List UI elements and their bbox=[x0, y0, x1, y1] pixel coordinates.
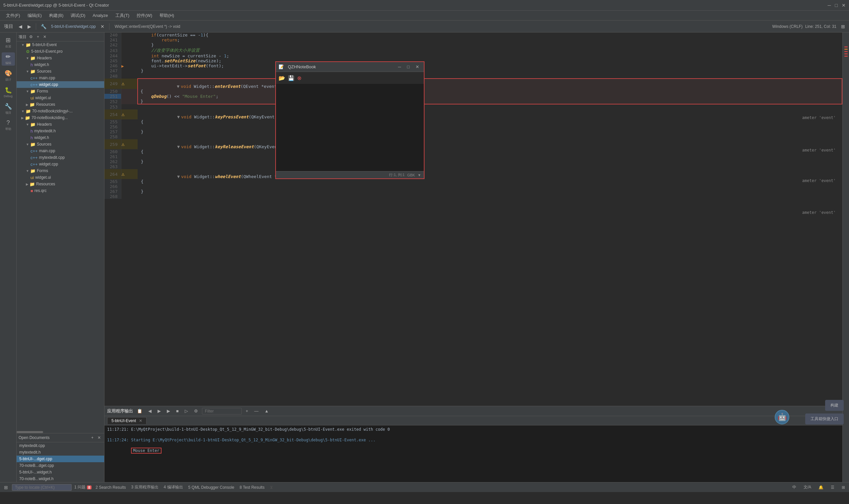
tree-item-headers1[interactable]: ▼ 📁 Headers bbox=[17, 55, 104, 61]
status-grid-icon[interactable]: ⊞ bbox=[841, 484, 846, 490]
tree-item-project2[interactable]: ▼ 📁 70-noteBookzidingyi-... bbox=[17, 108, 104, 114]
collapse-arrow-249[interactable]: ▼ bbox=[177, 84, 179, 89]
sidebar-icon-help[interactable]: ? 帮助 bbox=[2, 119, 15, 132]
sidebar-icon-welcome[interactable]: ⊞ 欢迎 bbox=[2, 36, 15, 49]
output-expand-btn[interactable]: ▲ bbox=[262, 408, 271, 414]
open-docs-close-btn[interactable]: ✕ bbox=[96, 435, 102, 441]
tree-item-mytextedit-h[interactable]: h mytextedit.h bbox=[17, 128, 104, 134]
output-run2-btn[interactable]: ▷ bbox=[183, 408, 190, 414]
output-tab-close[interactable]: ✕ bbox=[139, 418, 142, 423]
tree-item-res-qrc[interactable]: ■ res.qrc bbox=[17, 187, 104, 194]
tree-item-sources1[interactable]: ▼ 📁 Sources bbox=[17, 68, 104, 75]
tree-item-resources1[interactable]: ▶ 📁 Resources bbox=[17, 101, 104, 108]
tree-add-btn[interactable]: + bbox=[35, 34, 40, 40]
toolbar-file-close[interactable]: ✕ bbox=[98, 22, 106, 31]
tree-item-main-cpp2[interactable]: c++ main.cpp bbox=[17, 147, 104, 154]
collapse-arrow-259[interactable]: ▼ bbox=[177, 144, 180, 149]
toolbar-function-path[interactable]: Widget::enterEvent(QEvent *) -> void bbox=[115, 24, 771, 29]
build-button[interactable]: 构建 bbox=[825, 400, 844, 411]
tree-item-widget-cpp2[interactable]: c++ widget.cpp bbox=[17, 161, 104, 167]
sidebar-icon-debug[interactable]: 🐛 Debug bbox=[2, 86, 15, 99]
menu-file[interactable]: 文件(F) bbox=[3, 11, 23, 20]
status-app-output[interactable]: 3 应用程序输出 bbox=[130, 484, 160, 491]
chatbot-icon[interactable]: 🤖 bbox=[775, 410, 789, 425]
tree-item-mytextedit-cpp[interactable]: c++ mytextedit.cpp bbox=[17, 154, 104, 161]
qzh-dropdown-icon[interactable]: ▼ bbox=[417, 173, 421, 177]
maximize-button[interactable]: □ bbox=[835, 3, 838, 8]
status-menu-icon[interactable]: ☰ bbox=[829, 484, 836, 490]
status-search-input[interactable] bbox=[12, 484, 72, 491]
tree-item-project1[interactable]: ▼ 📁 5-btnUI-Event bbox=[17, 41, 104, 48]
project-tree-scroll[interactable]: ▼ 📁 5-btnUI-Event ⚙ 5-btnUI-Event.pro ▼ … bbox=[17, 41, 104, 431]
tree-item-resources2[interactable]: ▶ 📁 Resources bbox=[17, 181, 104, 187]
sidebar-icon-project[interactable]: 🔧 项目 bbox=[2, 102, 15, 115]
menu-edit[interactable]: 编辑(E) bbox=[24, 11, 45, 20]
tree-item-widget-ui2[interactable]: ui widget.ui bbox=[17, 174, 104, 181]
tree-filter-btn[interactable]: ⚙ bbox=[28, 34, 34, 40]
status-ime[interactable]: 文/A bbox=[802, 484, 813, 491]
status-qml-debugger[interactable]: 5 QML Debugger Console bbox=[187, 484, 236, 490]
output-to-file-btn[interactable]: 📋 bbox=[135, 408, 144, 414]
menu-controls[interactable]: 控件(W) bbox=[133, 11, 156, 20]
toolbar-nav-back[interactable]: ◀ bbox=[17, 22, 24, 31]
output-clear-btn[interactable]: — bbox=[252, 408, 260, 414]
minimize-button[interactable]: ─ bbox=[828, 3, 831, 8]
output-add-filter-btn[interactable]: + bbox=[244, 408, 250, 414]
tree-item-sources2[interactable]: ▼ 📁 Sources bbox=[17, 141, 104, 147]
output-tab-5btnui[interactable]: 5-btnUI-Event ✕ bbox=[107, 417, 147, 424]
output-content[interactable]: 11:17:21: E:\MyQtProject\build-1-btnUI-D… bbox=[105, 426, 842, 482]
tree-item-pro[interactable]: ⚙ 5-btnUI-Event.pro bbox=[17, 48, 104, 55]
menu-tools[interactable]: 工具(T) bbox=[112, 11, 133, 20]
tree-item-widget-h1[interactable]: h widget.h bbox=[17, 61, 104, 68]
output-settings-btn[interactable]: ⚙ bbox=[192, 408, 200, 414]
status-compile-output[interactable]: 4 编译输出 bbox=[163, 484, 184, 491]
output-run-btn[interactable]: ▶ bbox=[165, 408, 172, 414]
menu-help[interactable]: 帮助(H) bbox=[156, 11, 177, 20]
toolbar-nav-forward[interactable]: ▶ bbox=[25, 22, 33, 31]
status-search-results[interactable]: 2 Search Results bbox=[94, 484, 127, 490]
status-bell-icon[interactable]: 🔔 bbox=[817, 484, 825, 490]
open-doc-70noteb-dget-cpp[interactable]: 70-noteB...dget.cpp bbox=[17, 462, 104, 469]
tree-item-widget-cpp1[interactable]: c++ widget.cpp bbox=[17, 81, 104, 88]
toolbar-file-name[interactable]: 5-btnUI-Event/widget.cpp bbox=[51, 24, 96, 29]
tree-item-main-cpp1[interactable]: c++ main.cpp bbox=[17, 75, 104, 81]
menu-analyze[interactable]: Analyze bbox=[89, 12, 111, 19]
tree-item-project2b[interactable]: ▶ 📁 70-noteBookziding... bbox=[17, 114, 104, 121]
menu-build[interactable]: 构建(B) bbox=[46, 11, 67, 20]
status-test-results[interactable]: 8 Test Results bbox=[238, 484, 266, 490]
tree-item-headers2[interactable]: ▼ 📁 Headers bbox=[17, 121, 104, 128]
close-button[interactable]: ✕ bbox=[842, 3, 846, 8]
toolbox-shortcut-button[interactable]: 工具箱快捷入口 bbox=[805, 413, 844, 425]
output-prev-btn[interactable]: ◀ bbox=[146, 408, 153, 414]
tree-item-forms1[interactable]: ▼ 📁 Forms bbox=[17, 88, 104, 94]
qzh-minimize-btn[interactable]: ─ bbox=[396, 64, 403, 70]
sidebar-icon-design[interactable]: 🎨 设计 bbox=[2, 69, 15, 82]
qzh-close-btn[interactable]: ✕ bbox=[414, 64, 421, 70]
code-content[interactable]: 240 if(currentSize == -1){ 241 return; 2… bbox=[105, 33, 842, 406]
tree-close-btn[interactable]: ✕ bbox=[42, 34, 48, 40]
toolbar-split-btn[interactable]: ⊞ bbox=[839, 22, 847, 31]
qzh-save-icon[interactable]: 💾 bbox=[288, 75, 294, 81]
open-docs-add-btn[interactable]: + bbox=[90, 435, 95, 441]
open-doc-5btnui-widget-cpp[interactable]: 5-btnUI-...dget.cpp bbox=[17, 455, 104, 462]
qzh-maximize-btn[interactable]: □ bbox=[405, 64, 412, 70]
tree-item-widget-ui1[interactable]: ui widget.ui bbox=[17, 94, 104, 101]
qzh-close-doc-icon[interactable]: ⊗ bbox=[297, 75, 302, 81]
open-doc-5btnui-widget-h[interactable]: 5-btnUI-...widget.h bbox=[17, 469, 104, 475]
menu-debug[interactable]: 调试(D) bbox=[67, 11, 89, 20]
status-lang-zh[interactable]: 中 bbox=[791, 484, 798, 491]
output-next-btn[interactable]: ▶ bbox=[156, 408, 163, 414]
tree-scrollbar-h[interactable] bbox=[17, 431, 104, 433]
collapse-arrow-264[interactable]: ▼ bbox=[177, 174, 180, 179]
collapse-arrow-254[interactable]: ▼ bbox=[177, 114, 180, 119]
sidebar-icon-edit[interactable]: ✏ 编辑 bbox=[2, 52, 15, 66]
status-home-btn[interactable]: ⊞ bbox=[3, 484, 9, 491]
output-filter-input[interactable] bbox=[202, 408, 242, 414]
output-stop-btn[interactable]: ■ bbox=[174, 408, 181, 414]
qzh-open-icon[interactable]: 📂 bbox=[278, 75, 285, 81]
open-doc-70noteb-widget-h[interactable]: 70-noteB...widget.h bbox=[17, 475, 104, 482]
qzh-content[interactable] bbox=[276, 84, 424, 171]
open-doc-mytextedit-h[interactable]: mytextedit.h bbox=[17, 449, 104, 455]
open-doc-mytextedit-cpp[interactable]: mytextedit.cpp bbox=[17, 442, 104, 449]
tree-item-widget-h2[interactable]: h widget.h bbox=[17, 134, 104, 141]
